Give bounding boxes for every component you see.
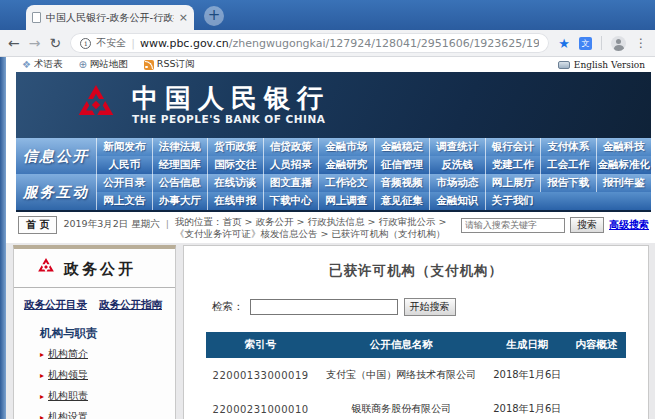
page-utility-bar: ❖ 术语表 ⊕ 网站地图 RSS订阅 English Version: [6, 57, 655, 72]
sidebar-section-org: 机构与职责 ▸ 机构简介 ▸ 机构领导 ▸ 机构职责 ▸ 机构设置: [14, 320, 175, 419]
list-search-input[interactable]: [250, 299, 398, 315]
refresh-icon[interactable]: ↻: [49, 36, 61, 50]
browser-tab[interactable]: 中国人民银行-政务公开-行政执法信息 ×: [26, 5, 194, 30]
date-label: 2019年3月2日 星期六: [63, 216, 159, 231]
toolbar-divider: [601, 36, 602, 50]
bank-name-en: THE PEOPLE'S BANK OF CHINA: [132, 113, 330, 125]
profile-avatar-icon[interactable]: [611, 36, 626, 51]
translate-icon[interactable]: 文: [579, 37, 592, 50]
nav-item[interactable]: 意见征集: [374, 192, 430, 210]
english-version-link[interactable]: English Version: [558, 60, 645, 70]
breadcrumb[interactable]: 我的位置：首页 > 政务公开 > 行政执法信息 > 行政审批公示 > 《支付业务…: [175, 216, 455, 240]
nav-item[interactable]: 人员招录: [263, 156, 319, 174]
new-tab-button[interactable]: +: [204, 6, 224, 26]
rss-label: RSS订阅: [157, 58, 195, 71]
tab-close-icon[interactable]: ×: [179, 11, 188, 24]
nav-item[interactable]: 金融市场: [318, 138, 374, 156]
list-search: 检索： 开始搜索: [212, 298, 648, 316]
nav-item[interactable]: 银行会计: [485, 138, 541, 156]
nav-item[interactable]: 在线访谈: [207, 174, 263, 192]
advanced-search-link[interactable]: 高级搜索: [609, 218, 649, 232]
triangle-bullet-icon: ▸: [40, 413, 44, 419]
nav-item[interactable]: 党建工作: [485, 156, 541, 174]
site-search: 搜索 高级搜索: [461, 216, 649, 233]
nav-item[interactable]: 反洗钱: [429, 156, 485, 174]
nav-item[interactable]: 在线申报: [207, 192, 263, 210]
nav-item[interactable]: 公开目录: [96, 174, 152, 192]
nav-item[interactable]: 报刊年鉴: [596, 174, 652, 192]
nav-item[interactable]: 金融研究: [318, 156, 374, 174]
nav-item[interactable]: 金融稳定: [374, 138, 430, 156]
nav-item[interactable]: 工会工作: [540, 156, 596, 174]
sidebar-item-org-intro[interactable]: ▸ 机构简介: [40, 347, 167, 361]
bank-banner: 中国人民银行 THE PEOPLE'S BANK OF CHINA: [16, 72, 651, 138]
sidebar-link-guide[interactable]: 政务公开指南: [99, 298, 162, 312]
cell-summary: [567, 392, 626, 419]
nav-item[interactable]: 金融科技: [596, 138, 652, 156]
nav-item[interactable]: 音频视频: [374, 174, 430, 192]
search-label: 检索：: [212, 300, 244, 314]
nav-item[interactable]: 金融知识: [429, 192, 485, 210]
info-icon[interactable]: i: [80, 38, 91, 49]
nav-group-service-interaction[interactable]: 服务互动: [16, 174, 96, 210]
rss-link[interactable]: RSS订阅: [144, 58, 195, 71]
nav-item[interactable]: 下载中心: [263, 192, 319, 210]
cell-date: 2018年1月6日: [487, 392, 567, 419]
nav-item[interactable]: 法律法规: [152, 138, 208, 156]
glossary-icon: ❖: [22, 59, 31, 70]
bank-name-cn: 中国人民银行: [132, 85, 330, 112]
browser-menu-icon[interactable]: ⋮: [635, 36, 647, 50]
nav-filler: [596, 192, 652, 210]
home-button[interactable]: 首 页: [18, 216, 57, 234]
url-host: www.pbc.gov.cn: [140, 37, 229, 50]
nav-item[interactable]: 调查统计: [429, 138, 485, 156]
nav-item[interactable]: 人民币: [96, 156, 152, 174]
cell-name[interactable]: 银联商务股份有限公司: [315, 392, 487, 419]
triangle-bullet-icon: ▸: [40, 371, 44, 380]
sidebar-item-org-structure[interactable]: ▸ 机构设置: [40, 410, 167, 419]
nav-item[interactable]: 图文直播: [263, 174, 319, 192]
address-separator: |: [131, 37, 135, 50]
nav-item[interactable]: 关于我们: [485, 192, 541, 210]
nav-item[interactable]: 金融标准化: [596, 156, 652, 174]
english-version-label: English Version: [574, 60, 645, 70]
nav-item[interactable]: 经理国库: [152, 156, 208, 174]
nav-item[interactable]: 网上展厅: [485, 174, 541, 192]
back-icon[interactable]: ←: [8, 36, 20, 50]
nav-item[interactable]: 网上文告: [96, 192, 152, 210]
sidebar-link-catalog[interactable]: 政务公开目录: [24, 298, 87, 312]
nav-item[interactable]: 信贷政策: [263, 138, 319, 156]
sitemap-link[interactable]: ⊕ 网站地图: [78, 58, 127, 71]
address-bar[interactable]: i 不安全 | www.pbc.gov.cn/zhengwugongkai/12…: [70, 33, 549, 53]
sidebar-header: 政务公开: [14, 249, 175, 288]
bookmark-star-icon[interactable]: ★: [558, 36, 570, 51]
glossary-link[interactable]: ❖ 术语表: [22, 58, 62, 71]
nav-item[interactable]: 货币政策: [207, 138, 263, 156]
nav-item[interactable]: 国际交往: [207, 156, 263, 174]
forward-icon[interactable]: →: [29, 36, 41, 50]
nav-item[interactable]: 公告信息: [152, 174, 208, 192]
url-path: /zhengwugongkai/127924/128041/2951606/19…: [229, 37, 540, 50]
nav-item[interactable]: 征信管理: [374, 156, 430, 174]
cell-index: 22000231000010: [206, 392, 315, 419]
nav-item[interactable]: 办事大厅: [152, 192, 208, 210]
browser-window: 中国人民银行-政务公开-行政执法信息 × + ← → ↻ i 不安全 | www…: [0, 0, 655, 419]
nav-item[interactable]: 报告下载: [540, 174, 596, 192]
nav-item[interactable]: 网上调查: [318, 192, 374, 210]
browser-titlebar: 中国人民银行-政务公开-行政执法信息 × +: [0, 0, 655, 30]
site-search-input[interactable]: [461, 218, 565, 233]
site-search-button[interactable]: 搜索: [570, 217, 604, 233]
col-header-summary: 内容概述: [567, 332, 626, 358]
cell-name[interactable]: 支付宝（中国）网络技术有限公司: [315, 358, 487, 392]
nav-item[interactable]: 支付体系: [540, 138, 596, 156]
start-search-button[interactable]: 开始搜索: [404, 298, 456, 316]
triangle-bullet-icon: ▸: [40, 350, 44, 359]
nav-group-info-disclosure[interactable]: 信息公开: [16, 138, 96, 174]
nav-item[interactable]: 新闻发布: [96, 138, 152, 156]
sidebar-item-org-duties[interactable]: ▸ 机构职责: [40, 389, 167, 403]
col-header-index: 索引号: [206, 332, 315, 358]
sidebar-item-org-leaders[interactable]: ▸ 机构领导: [40, 368, 167, 382]
window-edge: [0, 57, 6, 419]
nav-item[interactable]: 市场动态: [429, 174, 485, 192]
nav-item[interactable]: 工作论文: [318, 174, 374, 192]
